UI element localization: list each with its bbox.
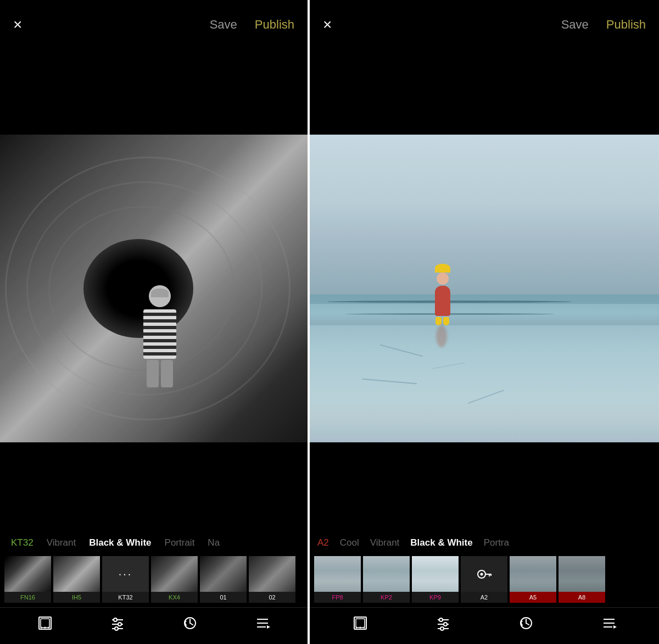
right-filter-strip: FP8 KP2 KP9 [310,554,659,607]
svg-point-3 [44,627,46,629]
svg-point-4 [48,627,50,629]
left-publish-button[interactable]: Publish [255,18,294,32]
left-filtermenu-tool[interactable] [255,615,270,631]
dots-indicator: ··· [102,556,149,592]
right-filtermenu-tool[interactable] [601,615,617,631]
filter-kt32-label: KT32 [102,592,149,603]
left-header-left: × [13,17,22,32]
left-adjust-tool[interactable] [110,615,125,631]
right-history-icon [518,615,534,631]
svg-rect-23 [356,619,365,628]
filter-kp2-thumb [363,556,410,592]
left-filter-categories: KT32 Vibrant Black & White Portrait Na [0,528,308,554]
right-panel: × Save Publish [310,0,659,644]
filter-a5[interactable]: A5 [510,556,556,603]
right-frames-icon [353,615,368,631]
left-history-tool[interactable] [182,615,198,631]
filter-a8-thumb [559,556,605,592]
left-bottom-area: KT32 Vibrant Black & White Portrait Na F… [0,528,308,644]
left-header-actions: Save Publish [210,18,294,32]
history-icon [182,615,198,631]
right-filter-categories: A2 Cool Vibrant Black & White Portra [310,528,659,554]
right-cat-cool[interactable]: Cool [334,537,365,548]
filter-a2-label: A2 [461,592,507,603]
svg-point-26 [363,627,365,629]
right-cat-bw[interactable]: Black & White [405,537,478,548]
right-toolbar [310,607,659,640]
left-cat-portrait[interactable]: Portrait [158,537,202,548]
frames-icon [37,615,53,631]
filter-kp9-label: KP9 [412,592,459,603]
filter-a2-thumb [461,556,507,592]
filtermenu-icon [255,615,270,631]
filter-fn16-thumb [4,556,51,592]
left-close-button[interactable]: × [13,17,22,32]
left-cat-vibrant[interactable]: Vibrant [40,537,83,548]
right-cat-vibrant[interactable]: Vibrant [365,537,405,548]
right-save-button[interactable]: Save [561,18,589,32]
right-photo [310,135,659,442]
right-header: × Save Publish [310,0,659,49]
right-history-tool[interactable] [518,615,534,631]
filter-kx4[interactable]: KX4 [151,556,198,603]
svg-point-2 [41,627,42,629]
left-cat-na[interactable]: Na [201,537,226,548]
filter-a8[interactable]: A8 [559,556,605,603]
svg-rect-1 [41,619,49,628]
filter-ih5-label: IH5 [53,592,100,603]
filter-fn16-label: FN16 [4,592,51,603]
filter-fp8[interactable]: FP8 [314,556,361,603]
right-filtermenu-icon [601,615,617,631]
svg-point-8 [118,623,121,626]
right-header-actions: Save Publish [561,18,646,32]
adjust-icon [110,615,125,631]
left-frames-tool[interactable] [37,615,53,631]
left-header: × Save Publish [0,0,308,49]
filter-kt32-thumb: ··· [102,556,149,592]
filter-fn16[interactable]: FN16 [4,556,51,603]
right-header-left: × [323,17,332,32]
filter-01[interactable]: 01 [200,556,247,603]
right-image-area [310,49,659,528]
filter-ih5-thumb [53,556,100,592]
filter-kp2-label: KP2 [363,592,410,603]
svg-point-32 [440,627,444,630]
filter-02-label: 02 [249,592,295,603]
svg-point-10 [115,627,118,630]
left-photo [0,135,308,442]
svg-marker-16 [267,625,270,629]
filter-kp9[interactable]: KP9 [412,556,459,603]
left-cat-kt32[interactable]: KT32 [4,537,40,548]
filter-fp8-label: FP8 [314,592,361,603]
filter-a2[interactable]: A2 [461,556,507,603]
color-grade [310,135,659,442]
filter-01-label: 01 [200,592,247,603]
right-cat-a2[interactable]: A2 [312,537,334,548]
filter-01-thumb [200,556,247,592]
filter-a8-label: A8 [559,592,605,603]
filter-kt32-dots[interactable]: ··· KT32 [102,556,149,603]
right-close-button[interactable]: × [323,17,332,32]
left-panel: × Save Publish [0,0,308,644]
left-save-button[interactable]: Save [210,18,237,32]
svg-marker-38 [613,625,617,629]
right-cat-portrait[interactable]: Portra [478,537,515,548]
svg-point-30 [444,623,447,626]
filter-ih5[interactable]: IH5 [53,556,100,603]
right-adjust-tool[interactable] [435,615,451,631]
filter-fp8-thumb [314,556,361,592]
filter-a5-thumb [510,556,556,592]
filter-02[interactable]: 02 [249,556,295,603]
filter-a5-label: A5 [510,592,556,603]
right-adjust-icon [435,615,451,631]
right-frames-tool[interactable] [353,615,368,631]
svg-point-18 [480,573,483,575]
svg-point-24 [355,627,357,629]
filter-kp2[interactable]: KP2 [363,556,410,603]
filter-02-thumb [249,556,295,592]
left-toolbar [0,607,308,640]
grain-overlay [0,135,308,442]
right-publish-button[interactable]: Publish [606,18,646,32]
svg-point-25 [359,627,361,629]
left-cat-bw[interactable]: Black & White [82,537,158,548]
